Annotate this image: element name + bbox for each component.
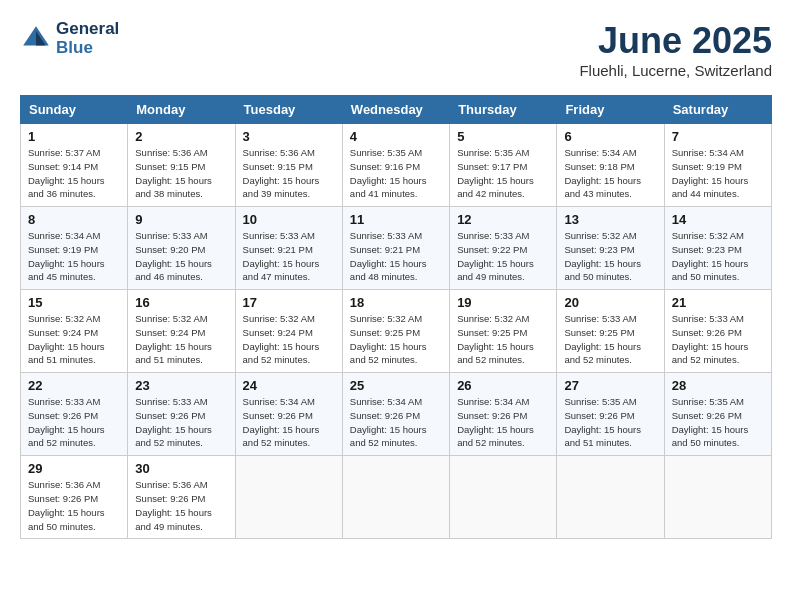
calendar-cell: 5Sunrise: 5:35 AM Sunset: 9:17 PM Daylig… [450,124,557,207]
day-number: 1 [28,129,120,144]
calendar-table: SundayMondayTuesdayWednesdayThursdayFrid… [20,95,772,539]
day-number: 10 [243,212,335,227]
day-number: 6 [564,129,656,144]
day-number: 17 [243,295,335,310]
day-info: Sunrise: 5:34 AM Sunset: 9:26 PM Dayligh… [457,395,549,450]
day-info: Sunrise: 5:32 AM Sunset: 9:23 PM Dayligh… [564,229,656,284]
day-number: 13 [564,212,656,227]
day-number: 29 [28,461,120,476]
day-info: Sunrise: 5:33 AM Sunset: 9:26 PM Dayligh… [672,312,764,367]
calendar-cell: 19Sunrise: 5:32 AM Sunset: 9:25 PM Dayli… [450,290,557,373]
day-number: 28 [672,378,764,393]
weekday-header-sunday: Sunday [21,96,128,124]
logo-text: General Blue [56,20,119,57]
calendar-cell: 12Sunrise: 5:33 AM Sunset: 9:22 PM Dayli… [450,207,557,290]
day-info: Sunrise: 5:35 AM Sunset: 9:16 PM Dayligh… [350,146,442,201]
day-info: Sunrise: 5:35 AM Sunset: 9:26 PM Dayligh… [672,395,764,450]
day-info: Sunrise: 5:34 AM Sunset: 9:19 PM Dayligh… [672,146,764,201]
day-number: 15 [28,295,120,310]
calendar-cell [235,456,342,539]
day-number: 26 [457,378,549,393]
calendar-cell: 16Sunrise: 5:32 AM Sunset: 9:24 PM Dayli… [128,290,235,373]
day-number: 24 [243,378,335,393]
day-number: 27 [564,378,656,393]
calendar-cell: 2Sunrise: 5:36 AM Sunset: 9:15 PM Daylig… [128,124,235,207]
calendar-cell: 13Sunrise: 5:32 AM Sunset: 9:23 PM Dayli… [557,207,664,290]
day-number: 23 [135,378,227,393]
calendar-cell [557,456,664,539]
month-title: June 2025 [579,20,772,62]
day-info: Sunrise: 5:35 AM Sunset: 9:17 PM Dayligh… [457,146,549,201]
day-info: Sunrise: 5:32 AM Sunset: 9:25 PM Dayligh… [457,312,549,367]
page-header: General Blue June 2025 Fluehli, Lucerne,… [20,20,772,79]
weekday-header-wednesday: Wednesday [342,96,449,124]
calendar-cell: 3Sunrise: 5:36 AM Sunset: 9:15 PM Daylig… [235,124,342,207]
day-number: 18 [350,295,442,310]
day-number: 2 [135,129,227,144]
calendar-cell: 23Sunrise: 5:33 AM Sunset: 9:26 PM Dayli… [128,373,235,456]
day-number: 9 [135,212,227,227]
svg-marker-1 [36,31,46,45]
day-number: 12 [457,212,549,227]
day-info: Sunrise: 5:36 AM Sunset: 9:15 PM Dayligh… [243,146,335,201]
day-info: Sunrise: 5:34 AM Sunset: 9:26 PM Dayligh… [243,395,335,450]
day-info: Sunrise: 5:32 AM Sunset: 9:25 PM Dayligh… [350,312,442,367]
calendar-week-3: 15Sunrise: 5:32 AM Sunset: 9:24 PM Dayli… [21,290,772,373]
calendar-cell: 17Sunrise: 5:32 AM Sunset: 9:24 PM Dayli… [235,290,342,373]
calendar-week-2: 8Sunrise: 5:34 AM Sunset: 9:19 PM Daylig… [21,207,772,290]
day-number: 20 [564,295,656,310]
calendar-cell: 20Sunrise: 5:33 AM Sunset: 9:25 PM Dayli… [557,290,664,373]
calendar-cell [450,456,557,539]
day-info: Sunrise: 5:33 AM Sunset: 9:22 PM Dayligh… [457,229,549,284]
calendar-week-5: 29Sunrise: 5:36 AM Sunset: 9:26 PM Dayli… [21,456,772,539]
day-number: 16 [135,295,227,310]
day-info: Sunrise: 5:37 AM Sunset: 9:14 PM Dayligh… [28,146,120,201]
logo: General Blue [20,20,119,57]
calendar-cell: 10Sunrise: 5:33 AM Sunset: 9:21 PM Dayli… [235,207,342,290]
calendar-cell: 26Sunrise: 5:34 AM Sunset: 9:26 PM Dayli… [450,373,557,456]
calendar-cell: 27Sunrise: 5:35 AM Sunset: 9:26 PM Dayli… [557,373,664,456]
day-info: Sunrise: 5:32 AM Sunset: 9:24 PM Dayligh… [243,312,335,367]
calendar-cell: 18Sunrise: 5:32 AM Sunset: 9:25 PM Dayli… [342,290,449,373]
calendar-cell: 29Sunrise: 5:36 AM Sunset: 9:26 PM Dayli… [21,456,128,539]
calendar-cell: 14Sunrise: 5:32 AM Sunset: 9:23 PM Dayli… [664,207,771,290]
weekday-header-thursday: Thursday [450,96,557,124]
calendar-cell: 4Sunrise: 5:35 AM Sunset: 9:16 PM Daylig… [342,124,449,207]
day-number: 8 [28,212,120,227]
calendar-cell [342,456,449,539]
calendar-cell: 30Sunrise: 5:36 AM Sunset: 9:26 PM Dayli… [128,456,235,539]
day-info: Sunrise: 5:33 AM Sunset: 9:26 PM Dayligh… [135,395,227,450]
calendar-week-4: 22Sunrise: 5:33 AM Sunset: 9:26 PM Dayli… [21,373,772,456]
day-info: Sunrise: 5:32 AM Sunset: 9:24 PM Dayligh… [135,312,227,367]
day-info: Sunrise: 5:33 AM Sunset: 9:21 PM Dayligh… [243,229,335,284]
calendar-cell [664,456,771,539]
calendar-cell: 7Sunrise: 5:34 AM Sunset: 9:19 PM Daylig… [664,124,771,207]
calendar-cell: 1Sunrise: 5:37 AM Sunset: 9:14 PM Daylig… [21,124,128,207]
logo-container: General Blue [20,20,119,57]
calendar-cell: 15Sunrise: 5:32 AM Sunset: 9:24 PM Dayli… [21,290,128,373]
location: Fluehli, Lucerne, Switzerland [579,62,772,79]
weekday-header-monday: Monday [128,96,235,124]
calendar-cell: 22Sunrise: 5:33 AM Sunset: 9:26 PM Dayli… [21,373,128,456]
day-number: 25 [350,378,442,393]
weekday-header-friday: Friday [557,96,664,124]
day-info: Sunrise: 5:36 AM Sunset: 9:26 PM Dayligh… [28,478,120,533]
day-number: 4 [350,129,442,144]
day-info: Sunrise: 5:34 AM Sunset: 9:18 PM Dayligh… [564,146,656,201]
calendar-week-1: 1Sunrise: 5:37 AM Sunset: 9:14 PM Daylig… [21,124,772,207]
day-info: Sunrise: 5:35 AM Sunset: 9:26 PM Dayligh… [564,395,656,450]
weekday-header-tuesday: Tuesday [235,96,342,124]
title-area: June 2025 Fluehli, Lucerne, Switzerland [579,20,772,79]
calendar-cell: 6Sunrise: 5:34 AM Sunset: 9:18 PM Daylig… [557,124,664,207]
calendar-header-row: SundayMondayTuesdayWednesdayThursdayFrid… [21,96,772,124]
calendar-cell: 11Sunrise: 5:33 AM Sunset: 9:21 PM Dayli… [342,207,449,290]
calendar-body: 1Sunrise: 5:37 AM Sunset: 9:14 PM Daylig… [21,124,772,539]
day-info: Sunrise: 5:36 AM Sunset: 9:15 PM Dayligh… [135,146,227,201]
day-number: 3 [243,129,335,144]
weekday-header-saturday: Saturday [664,96,771,124]
day-info: Sunrise: 5:34 AM Sunset: 9:26 PM Dayligh… [350,395,442,450]
calendar-cell: 24Sunrise: 5:34 AM Sunset: 9:26 PM Dayli… [235,373,342,456]
day-number: 30 [135,461,227,476]
calendar-cell: 9Sunrise: 5:33 AM Sunset: 9:20 PM Daylig… [128,207,235,290]
day-number: 21 [672,295,764,310]
